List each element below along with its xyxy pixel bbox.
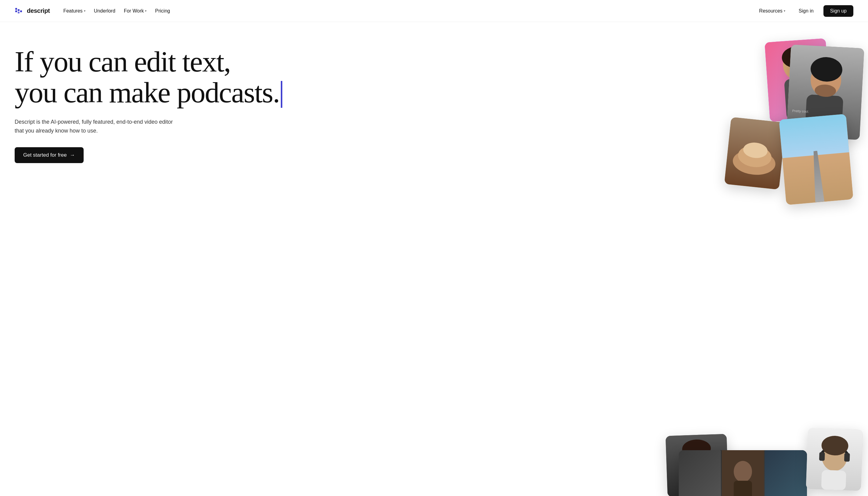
image-card-food xyxy=(724,117,786,190)
nav-left: descript Features ▾ Underlord For Work ▾… xyxy=(15,6,174,16)
svg-rect-0 xyxy=(15,8,17,10)
svg-rect-5 xyxy=(765,38,831,122)
svg-text:Pretty cool.: Pretty cool. xyxy=(792,109,809,113)
image-card-pink-portrait xyxy=(765,38,831,122)
nav-link-features[interactable]: Features ▾ xyxy=(60,6,89,16)
hero-section: If you can edit text, you can make podca… xyxy=(0,22,868,496)
svg-point-9 xyxy=(781,46,811,69)
nav-links: Features ▾ Underlord For Work ▾ Pricing xyxy=(60,6,174,16)
nav-link-resources[interactable]: Resources ▾ xyxy=(755,6,789,16)
svg-rect-26 xyxy=(684,474,712,496)
svg-point-15 xyxy=(814,84,836,97)
chevron-down-icon: ▾ xyxy=(84,9,85,13)
svg-rect-21 xyxy=(666,434,729,496)
svg-point-36 xyxy=(821,435,849,456)
image-card-video-strip xyxy=(679,450,807,496)
svg-rect-23 xyxy=(685,459,694,466)
svg-rect-3 xyxy=(18,12,19,13)
hero-headline: If you can edit text, you can make podca… xyxy=(15,46,560,109)
logo[interactable]: descript xyxy=(15,6,50,16)
hero-text-block: If you can edit text, you can make podca… xyxy=(15,46,560,163)
svg-rect-17 xyxy=(724,117,786,190)
svg-rect-10 xyxy=(786,45,864,140)
svg-rect-4 xyxy=(20,10,22,12)
cta-button[interactable]: Get started for free → xyxy=(15,147,84,163)
svg-rect-30 xyxy=(734,481,752,496)
svg-point-32 xyxy=(821,441,848,471)
sign-up-button[interactable]: Sign up xyxy=(823,5,853,17)
svg-rect-11 xyxy=(786,45,864,140)
svg-point-27 xyxy=(682,439,711,458)
arrow-icon: → xyxy=(70,152,75,158)
svg-point-22 xyxy=(683,444,711,475)
image-card-landscape xyxy=(779,114,853,205)
chevron-down-icon: ▾ xyxy=(784,9,785,13)
video-thumbnail-3 xyxy=(765,450,807,496)
hero-subtext: Descript is the AI-powered, fully featur… xyxy=(15,118,173,135)
video-thumbnail-1 xyxy=(679,450,721,496)
svg-rect-1 xyxy=(15,10,17,12)
svg-point-14 xyxy=(810,56,843,82)
svg-rect-28 xyxy=(722,450,764,496)
svg-rect-24 xyxy=(697,459,706,465)
svg-point-18 xyxy=(732,148,777,177)
image-card-headphones xyxy=(806,428,863,491)
nav-link-for-work[interactable]: For Work ▾ xyxy=(120,6,150,16)
nav-link-pricing[interactable]: Pricing xyxy=(151,6,174,16)
svg-rect-31 xyxy=(806,428,863,491)
svg-rect-35 xyxy=(821,470,846,491)
svg-point-19 xyxy=(737,144,773,169)
svg-point-29 xyxy=(734,461,752,482)
descript-logo-icon xyxy=(15,6,25,16)
svg-point-12 xyxy=(810,63,842,98)
svg-rect-33 xyxy=(819,452,825,461)
svg-rect-13 xyxy=(805,94,843,139)
image-card-gray-portrait: Pretty cool. xyxy=(786,45,864,140)
svg-rect-6 xyxy=(765,38,831,122)
svg-rect-8 xyxy=(784,78,814,121)
chevron-down-icon: ▾ xyxy=(145,9,146,13)
svg-rect-2 xyxy=(18,9,19,11)
logo-text: descript xyxy=(27,7,50,14)
navbar: descript Features ▾ Underlord For Work ▾… xyxy=(0,0,868,22)
nav-right: Resources ▾ Sign in Sign up xyxy=(755,5,853,17)
svg-point-7 xyxy=(782,49,811,81)
video-thumbnail-2 xyxy=(722,450,764,496)
nav-link-underlord[interactable]: Underlord xyxy=(90,6,119,16)
svg-rect-34 xyxy=(844,453,850,462)
image-card-person-glasses xyxy=(666,434,729,496)
sign-in-button[interactable]: Sign in xyxy=(794,6,819,16)
text-cursor xyxy=(281,81,282,108)
svg-point-20 xyxy=(742,141,769,159)
